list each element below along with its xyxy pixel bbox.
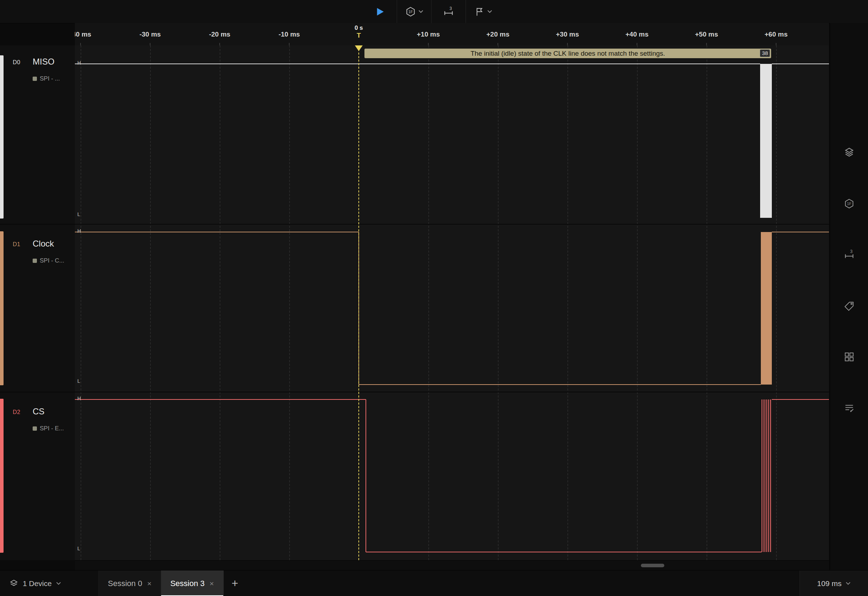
channel-divider (0, 224, 75, 224)
sidebar-markers-button[interactable] (841, 298, 858, 314)
timeline-tick-label: -30 ms (139, 31, 161, 38)
level-low-label: L (77, 211, 80, 217)
timeline-tick-label: +40 ms (626, 31, 649, 38)
hex-trigger-label: 1F (408, 9, 413, 13)
measurement-icon: 3 (443, 6, 454, 18)
capture-duration-selector[interactable]: 109 ms (800, 571, 868, 596)
timeline-tick (567, 43, 568, 46)
channel-index: D1 (13, 241, 20, 248)
waveform-line (75, 63, 760, 64)
analyzer-bullet-icon (32, 77, 37, 81)
timeline-tick-label: +60 ms (765, 31, 788, 38)
waveform-burst (762, 400, 772, 552)
warning-count-badge: 38 (760, 49, 770, 57)
measurement-count-label: 3 (450, 6, 452, 11)
timeline-tick-label: -10 ms (279, 31, 300, 38)
layers-icon (844, 147, 855, 158)
channel-name: CS (32, 407, 44, 416)
sidebar-measurements-button[interactable]: 3 (841, 247, 858, 263)
annotations-list-icon (844, 403, 855, 413)
timing-markers-button[interactable] (466, 0, 500, 23)
channel-label-d1[interactable]: D1 Clock SPI - C... (13, 239, 73, 278)
device-selector[interactable]: 1 Device (0, 571, 99, 596)
sidebar-annotations-button[interactable] (841, 400, 858, 416)
sidebar-extensions-button[interactable] (841, 349, 858, 365)
grid-icon (844, 351, 855, 362)
level-low-label: L (77, 546, 80, 551)
top-toolbar: 1F 3 (0, 0, 868, 24)
measurement-icon: 3 (843, 249, 855, 260)
measurements-button[interactable]: 3 (431, 0, 466, 23)
hex-trigger-icon: 1F (844, 198, 855, 209)
channel-label-panel: D0 MISO SPI - ... D1 Clock SPI - C... D2… (0, 46, 75, 560)
channel-color-strip (0, 399, 4, 553)
timeline-tick-label: +20 ms (487, 31, 509, 38)
timeline-tick (776, 43, 776, 46)
waveform-line (75, 232, 359, 232)
play-icon (374, 6, 385, 17)
channel-label-d2[interactable]: D2 CS SPI - E... (13, 407, 73, 446)
capture-duration-label: 109 ms (817, 579, 842, 588)
run-capture-button[interactable] (363, 0, 397, 23)
waveform-line (772, 63, 829, 64)
waveform-burst (760, 64, 772, 218)
channel-divider (75, 224, 829, 224)
timeline-tick (428, 43, 429, 46)
waveform-line (75, 399, 366, 400)
trigger-settings-button[interactable]: 1F (397, 0, 431, 23)
sidebar-trigger-button[interactable]: 1F (841, 196, 858, 211)
waveform-line (772, 232, 829, 232)
horizontal-scrollbar[interactable] (75, 560, 829, 571)
channel-color-strip (0, 231, 4, 385)
timeline-tick (637, 43, 637, 46)
waveform-burst (761, 232, 772, 385)
waveform-line (359, 384, 761, 385)
channel-color-strip (0, 55, 4, 218)
channel-label-d0[interactable]: D0 MISO SPI - ... (13, 57, 73, 96)
channel-index: D2 (13, 409, 20, 415)
warning-text: The initial (idle) state of the CLK line… (471, 50, 665, 58)
tab-session-3[interactable]: Session 3 × (161, 571, 224, 596)
capture-controls: 1F 3 (363, 0, 500, 23)
waveforms-layer: H L H L H L The initial (idle) state of … (75, 46, 829, 560)
close-tab-icon[interactable]: × (210, 580, 214, 587)
tab-label: Session 3 (170, 579, 205, 588)
timeline-tick (289, 43, 289, 46)
channel-divider (75, 392, 829, 392)
warning-banner[interactable]: The initial (idle) state of the CLK line… (365, 49, 771, 58)
channel-name: Clock (32, 239, 54, 249)
timeline-tick (219, 43, 220, 46)
trigger-marker-icon (355, 46, 363, 51)
waveform-line (772, 399, 829, 400)
analyzer-label: SPI - ... (40, 75, 60, 82)
sidebar-devices-button[interactable] (841, 145, 858, 160)
channel-index: D0 (13, 59, 20, 66)
measurement-count-label: 3 (850, 249, 853, 254)
chevron-down-icon (418, 10, 423, 13)
hex-trigger-icon: 1F (405, 6, 416, 17)
close-tab-icon[interactable]: × (147, 580, 152, 587)
chevron-down-icon (487, 10, 492, 13)
analyzer-bullet-icon (32, 426, 37, 431)
bottom-bar: 1 Device Session 0 × Session 3 × + 109 m… (0, 570, 868, 596)
level-high-label: H (77, 60, 81, 66)
new-session-button[interactable]: + (224, 571, 246, 596)
tab-session-0[interactable]: Session 0 × (99, 571, 161, 596)
timeline-tick-label: +50 ms (695, 31, 718, 38)
scrollbar-handle[interactable] (641, 564, 664, 567)
waveform-line (366, 552, 762, 552)
timeline-tick (706, 43, 707, 46)
analyzer-bullet-icon (32, 259, 37, 263)
chevron-down-icon (846, 582, 850, 585)
timeline-tick-label: +30 ms (556, 31, 579, 38)
channel-name: MISO (32, 57, 54, 67)
right-sidebar: 1F 3 (830, 23, 868, 570)
channel-divider (0, 392, 75, 392)
waveform-viewport[interactable]: H L H L H L The initial (idle) state of … (75, 46, 829, 560)
timeline-tick (497, 43, 498, 46)
timeline-zero-marker: 0 sT (354, 25, 363, 39)
timeline-ruler[interactable]: -40 ms-30 ms-20 ms-10 ms0 sT+10 ms+20 ms… (75, 23, 829, 46)
timeline-tick (150, 43, 151, 46)
timeline-tick-label: -20 ms (209, 31, 230, 38)
level-low-label: L (77, 378, 80, 384)
